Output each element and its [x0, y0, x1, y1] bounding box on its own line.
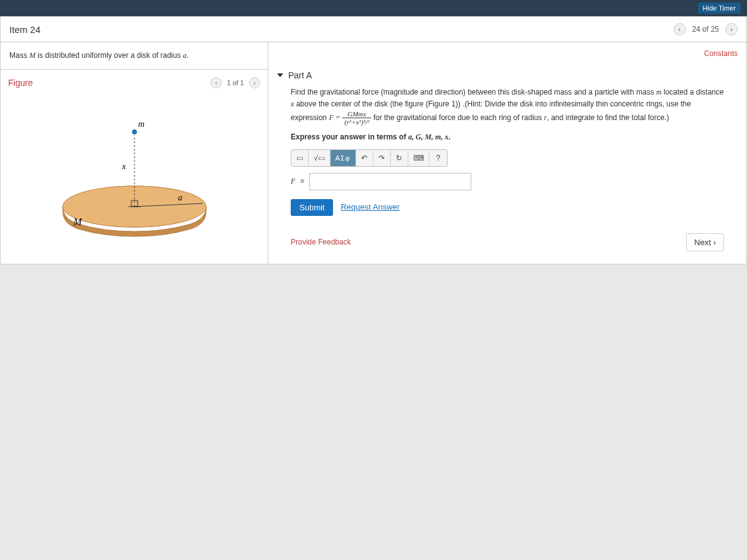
template-button[interactable]: ▭: [291, 150, 309, 166]
label-x: x: [121, 162, 126, 171]
figure-panel: Figure ‹ 1 of 1 › m x: [1, 70, 268, 264]
item-header: Item 24 ‹ 24 of 25 ›: [0, 16, 747, 42]
disk-figure-svg: m x a M: [41, 101, 228, 244]
prev-item-button[interactable]: ‹: [674, 23, 686, 35]
collapse-icon: [277, 73, 283, 77]
submit-button[interactable]: Submit: [291, 199, 333, 216]
label-M: M: [73, 217, 83, 227]
equals-sign: =: [300, 175, 304, 187]
item-title: Item 24: [9, 24, 40, 35]
answer-input[interactable]: [309, 173, 471, 190]
figure-prev-button[interactable]: ‹: [210, 77, 222, 88]
provide-feedback-link[interactable]: Provide Feedback: [291, 238, 351, 246]
svg-point-6: [132, 129, 137, 134]
prompt-text: .: [187, 51, 189, 60]
left-column: Mass M is distributed uniformly over a d…: [1, 42, 268, 264]
request-answer-link[interactable]: Request Answer: [341, 201, 400, 214]
figure-nav: ‹ 1 of 1 ›: [210, 77, 260, 88]
figure-canvas: m x a M: [8, 95, 260, 250]
redo-button[interactable]: ↷: [374, 150, 391, 166]
top-banner: Hide Timer: [0, 0, 747, 16]
answer-label-F: F: [291, 175, 295, 187]
figure-header: Figure ‹ 1 of 1 ›: [8, 77, 260, 88]
next-item-button[interactable]: ›: [725, 23, 738, 35]
sqrt-button[interactable]: √▭: [309, 150, 331, 166]
help-button[interactable]: ?: [430, 150, 447, 166]
prompt-var-M: M: [29, 51, 35, 60]
constants-row: Constants: [268, 42, 746, 64]
item-nav: ‹ 24 of 25 ›: [674, 23, 738, 35]
reset-button[interactable]: ↻: [391, 150, 408, 166]
ring-force-fraction: GMmx (r²+x²)³/²: [342, 110, 371, 126]
prompt-text: Mass: [9, 51, 29, 60]
greek-button[interactable]: ΑΣφ: [331, 150, 356, 166]
question-text: Find the gravitational force (magnitude …: [291, 86, 724, 126]
item-count: 24 of 25: [692, 25, 719, 34]
problem-prompt: Mass M is distributed uniformly over a d…: [1, 42, 268, 70]
keyboard-button[interactable]: ⌨: [408, 150, 430, 166]
footer-row: Provide Feedback Next ›: [268, 225, 746, 264]
figure-count: 1 of 1: [227, 79, 244, 86]
express-instruction: Express your answer in terms of a, G, M,…: [291, 131, 724, 143]
label-a: a: [178, 193, 182, 202]
answer-row: F =: [291, 173, 724, 190]
part-label: Part A: [288, 70, 312, 80]
submit-row: Submit Request Answer: [291, 199, 724, 216]
right-column: Constants Part A Find the gravitational …: [268, 42, 746, 264]
next-button[interactable]: Next ›: [686, 233, 724, 251]
figure-title: Figure: [8, 78, 33, 88]
equation-toolbar: ▭ √▭ ΑΣφ ↶ ↷ ↻ ⌨ ?: [291, 149, 448, 167]
part-a-body: Find the gravitational force (magnitude …: [268, 86, 746, 225]
figure-next-button[interactable]: ›: [249, 77, 260, 88]
part-a-header[interactable]: Part A: [268, 64, 746, 86]
label-m: m: [138, 119, 144, 129]
main-content: Mass M is distributed uniformly over a d…: [0, 42, 747, 264]
undo-button[interactable]: ↶: [356, 150, 374, 166]
prompt-text: is distributed uniformly over a disk of …: [35, 51, 183, 60]
constants-link[interactable]: Constants: [704, 49, 738, 58]
hide-timer-button[interactable]: Hide Timer: [698, 2, 741, 14]
